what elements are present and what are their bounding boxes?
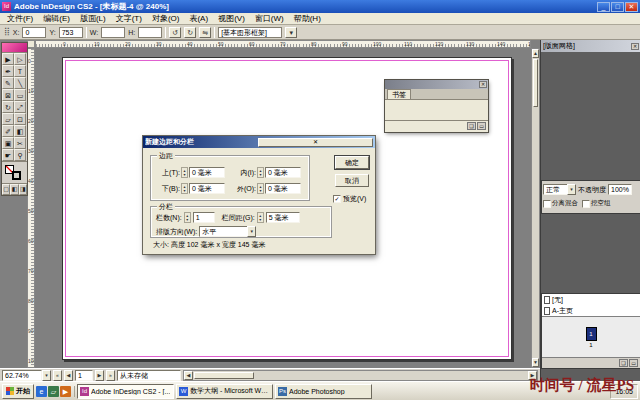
menu-item[interactable]: 版面(L) <box>75 13 111 24</box>
margin-outside-field[interactable]: 0 毫米 <box>265 183 301 194</box>
first-page-icon[interactable]: « <box>53 370 62 381</box>
scrollbar-thumb[interactable] <box>194 372 254 379</box>
pages-list[interactable]: 1 1 <box>542 317 640 357</box>
menu-item[interactable]: 帮助(H) <box>289 13 326 24</box>
scale-tool[interactable]: ⤢ <box>14 101 26 113</box>
master-row-a[interactable]: A-主页 <box>542 305 640 316</box>
rotate-tool[interactable]: ↻ <box>2 101 14 113</box>
dropdown-arrow-icon[interactable]: ▾ <box>247 226 256 237</box>
rectangle-tool[interactable]: ▭ <box>14 89 26 101</box>
preview-checkbox[interactable]: ✓ <box>333 195 341 203</box>
knockout-group-checkbox[interactable] <box>582 200 590 208</box>
last-page-icon[interactable]: » <box>106 370 115 381</box>
gutter-field[interactable]: 5 毫米 <box>266 212 300 223</box>
rotate-ccw-icon[interactable]: ↺ <box>169 27 181 38</box>
spinner-control[interactable]: ▴▾ <box>257 212 264 223</box>
normal-view-button[interactable]: ▢ <box>2 184 10 195</box>
shear-tool[interactable]: ▱ <box>2 113 14 125</box>
writing-direction-dropdown[interactable]: 水平 ▾ <box>199 226 256 237</box>
menu-item[interactable]: 文件(F) <box>2 13 38 24</box>
show-desktop-icon[interactable]: ▱ <box>48 386 59 397</box>
object-style-dropdown-arrow-icon[interactable]: ▾ <box>285 27 297 38</box>
maximize-button[interactable]: □ <box>611 2 624 12</box>
flip-icon[interactable]: ⇋ <box>199 27 211 38</box>
horizontal-scrollbar[interactable]: ◀ ▶ <box>183 370 538 381</box>
zoom-field[interactable]: 62.74% <box>2 370 42 381</box>
bookmarks-list[interactable] <box>385 100 488 120</box>
page-1-thumbnail[interactable]: 1 <box>586 327 597 341</box>
menu-item[interactable]: 表(A) <box>184 13 213 24</box>
object-style-dropdown[interactable]: [基本图形框架] <box>218 27 282 38</box>
scissors-tool[interactable]: ✂ <box>14 137 26 149</box>
master-row-none[interactable]: [无] <box>542 294 640 305</box>
scrollbar-thumb[interactable] <box>533 59 538 107</box>
frame-tool[interactable]: ⊠ <box>2 89 14 101</box>
rotate-cw-icon[interactable]: ↻ <box>184 27 196 38</box>
zoom-tool[interactable]: ⚲ <box>14 149 26 161</box>
minimize-button[interactable]: _ <box>597 2 610 12</box>
spinner-control[interactable]: ▴▾ <box>181 167 188 178</box>
pen-tool[interactable]: ✒ <box>2 65 14 77</box>
taskbar-task-button[interactable]: PsAdobe Photoshop <box>275 384 372 399</box>
close-button[interactable]: ✕ <box>625 2 638 12</box>
type-tool[interactable]: T <box>14 65 26 77</box>
media-player-icon[interactable]: ▶ <box>60 386 71 397</box>
reference-point-proxy[interactable]: ⣿ <box>4 27 10 37</box>
button-tool[interactable]: ▣ <box>2 137 14 149</box>
new-page-icon[interactable]: ❏ <box>619 359 628 367</box>
taskbar-task-button[interactable]: W数学大纲 - Microsoft Word <box>176 384 273 399</box>
menu-item[interactable]: 窗口(W) <box>250 13 289 24</box>
hand-tool[interactable]: ☛ <box>2 149 14 161</box>
pencil-tool[interactable]: ✎ <box>2 77 14 89</box>
spinner-control[interactable]: ▴▾ <box>181 183 188 194</box>
vertical-ruler[interactable]: 0102030405060708090100 <box>27 48 35 368</box>
internet-explorer-icon[interactable]: e <box>36 386 47 397</box>
margin-bottom-field[interactable]: 0 毫米 <box>189 183 225 194</box>
palette-titlebar[interactable]: ✕ <box>385 80 488 89</box>
start-button[interactable]: 开始 <box>2 384 34 399</box>
stroke-color-swatch[interactable] <box>12 171 21 180</box>
w-field[interactable] <box>101 27 125 38</box>
blend-mode-dropdown[interactable]: 正常 ▾ <box>543 184 576 195</box>
scroll-up-icon[interactable]: ▲ <box>532 49 539 58</box>
direct-selection-tool[interactable]: ▷ <box>14 53 26 65</box>
dialog-titlebar[interactable]: 新建边距和分栏 ✕ <box>143 136 375 148</box>
tab-bookmarks[interactable]: 书签 <box>387 89 411 99</box>
ok-button[interactable]: 确定 <box>335 156 369 169</box>
cancel-button[interactable]: 取消 <box>335 174 369 187</box>
free-transform-tool[interactable]: ⊡ <box>14 113 26 125</box>
spinner-control[interactable]: ▴▾ <box>257 167 264 178</box>
margin-inside-field[interactable]: 0 毫米 <box>265 167 301 178</box>
scroll-down-icon[interactable]: ▼ <box>532 358 539 367</box>
bleed-view-button[interactable]: ◨ <box>19 184 27 195</box>
trash-icon[interactable]: ▭ <box>629 359 638 367</box>
menu-item[interactable]: 文字(T) <box>111 13 147 24</box>
zoom-dropdown-arrow-icon[interactable]: ▾ <box>42 370 51 381</box>
line-tool[interactable]: ╲ <box>14 77 26 89</box>
ruler-origin-box[interactable] <box>27 40 35 48</box>
selection-tool[interactable]: ▶ <box>2 53 14 65</box>
y-field[interactable]: 753 <box>59 27 83 38</box>
blend-mode-value[interactable]: 正常 <box>543 184 567 195</box>
close-icon[interactable]: ✕ <box>258 138 373 147</box>
taskbar-task-button[interactable]: IdAdobe InDesign CS2 - [... <box>77 384 174 399</box>
column-count-field[interactable]: 1 <box>193 212 215 223</box>
horizontal-ruler[interactable]: 0102030405060708090100110120130140150 <box>35 40 531 48</box>
previous-page-icon[interactable]: ◀ <box>64 370 73 381</box>
x-field[interactable]: 0 <box>22 27 46 38</box>
page-number-field[interactable]: 1 <box>75 370 93 381</box>
eyedropper-tool[interactable]: ✐ <box>2 125 14 137</box>
menu-item[interactable]: 对象(O) <box>147 13 185 24</box>
named-grids-palette-header[interactable]: [版面网格] ✕ <box>541 40 640 52</box>
scroll-left-icon[interactable]: ◀ <box>184 371 193 380</box>
dropdown-arrow-icon[interactable]: ▾ <box>567 184 576 195</box>
menu-item[interactable]: 视图(V) <box>213 13 250 24</box>
close-icon[interactable]: ✕ <box>631 43 639 50</box>
margin-top-field[interactable]: 0 毫米 <box>189 167 225 178</box>
preview-view-button[interactable]: ◧ <box>10 184 18 195</box>
new-bookmark-icon[interactable]: ❏ <box>467 122 476 130</box>
opacity-field[interactable]: 100% <box>608 184 632 195</box>
h-field[interactable] <box>138 27 162 38</box>
menu-item[interactable]: 编辑(E) <box>38 13 75 24</box>
next-page-icon[interactable]: ▶ <box>95 370 104 381</box>
